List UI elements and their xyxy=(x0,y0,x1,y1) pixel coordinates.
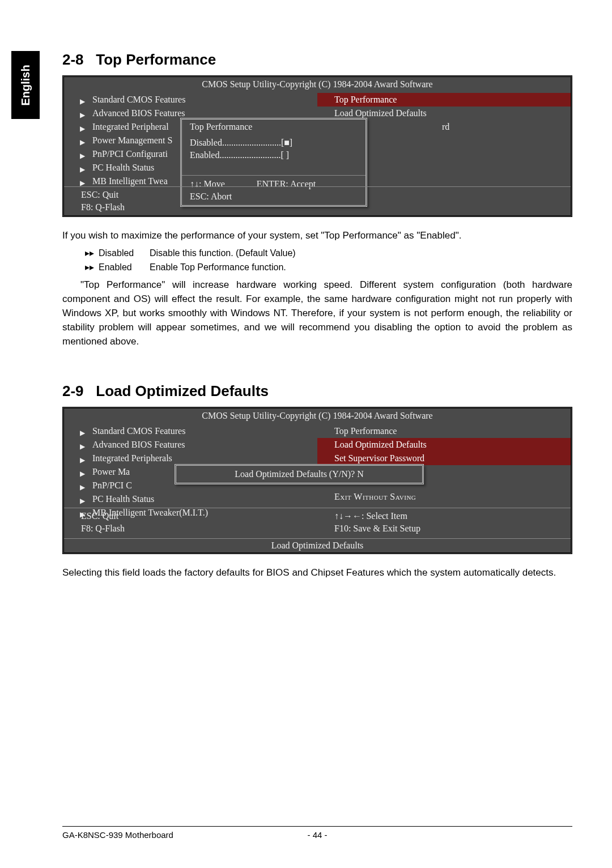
intro-text: If you wish to maximize the performance … xyxy=(62,228,572,242)
menu-item[interactable]: ▶Advanced BIOS Features xyxy=(64,438,317,452)
option-list: ▸▸ Disabled Disable this function. (Defa… xyxy=(85,246,572,274)
popup-title: Top Performance xyxy=(182,120,366,137)
hint-f10: F10: Save & Exit Setup xyxy=(334,522,565,535)
bios-box-1: CMOS Setup Utility-Copyright (C) 1984-20… xyxy=(62,75,572,217)
triangle-right-icon: ▶ xyxy=(80,136,85,147)
menu-item[interactable]: Top Performance xyxy=(317,424,571,438)
menu-item[interactable]: ▶Standard CMOS Features xyxy=(64,424,317,438)
menu-item-selected[interactable]: Top Performance xyxy=(317,93,571,107)
triangle-right-icon: ▶ xyxy=(80,95,85,107)
triangle-right-icon: ▶ xyxy=(80,481,85,492)
triangle-right-icon: ▶ xyxy=(80,495,85,506)
option-row: ▸▸ Enabled Enable Top Performance functi… xyxy=(85,260,572,274)
menu-item[interactable]: ▶Integrated Peripherals xyxy=(64,452,317,465)
double-arrow-icon: ▸▸ xyxy=(85,246,99,260)
triangle-right-icon: ▶ xyxy=(80,427,85,438)
hint-f8: F8: Q-Flash xyxy=(81,522,312,535)
hint-f8: F8: Q-Flash xyxy=(81,201,312,214)
menu-item[interactable]: Exit Without Saving xyxy=(317,490,571,504)
menu-item[interactable]: ▶PC Health Status xyxy=(64,492,317,506)
triangle-right-icon: ▶ xyxy=(80,109,85,120)
menu-item-selected[interactable]: Set Supervisor Password xyxy=(317,452,571,465)
menu-item-selected[interactable]: Load Optimized Defaults xyxy=(317,438,571,452)
triangle-right-icon: ▶ xyxy=(80,440,85,452)
bios-header-2: CMOS Setup Utility-Copyright (C) 1984-20… xyxy=(64,409,571,423)
popup-option[interactable]: Disabled..........................[■] xyxy=(190,137,358,149)
menu-item[interactable]: ▶Standard CMOS Features xyxy=(64,93,317,107)
hint-esc: ESC: Quit xyxy=(81,510,312,522)
bios-footer-1: ESC: Quit F8: Q-Flash xyxy=(64,186,571,215)
double-arrow-icon: ▸▸ xyxy=(85,260,99,274)
triangle-right-icon: ▶ xyxy=(80,163,85,175)
page-footer: GA-K8NSC-939 Motherboard - 44 - xyxy=(62,826,572,840)
bios-footer-2: ESC: Quit F8: Q-Flash ↑↓→←: Select Item … xyxy=(64,508,571,537)
section-2-9-title: 2-9 Load Optimized Defaults xyxy=(62,382,572,400)
section-2-8-title: 2-8 Top Performance xyxy=(62,51,572,69)
triangle-right-icon: ▶ xyxy=(80,150,85,161)
footer-product: GA-K8NSC-939 Motherboard xyxy=(62,830,300,840)
popup-prompt: Load Optimized Defaults (Y/N)? N xyxy=(235,469,363,479)
triangle-right-icon: ▶ xyxy=(80,467,85,479)
triangle-right-icon: ▶ xyxy=(80,122,85,134)
paragraph-text: "Top Performance" will increase hardware… xyxy=(62,278,572,348)
bios-status-bar: Load Optimized Defaults xyxy=(64,538,571,552)
page-content: 2-8 Top Performance CMOS Setup Utility-C… xyxy=(0,0,612,868)
triangle-right-icon: ▶ xyxy=(80,454,85,465)
hint-esc: ESC: Quit xyxy=(81,189,312,201)
load-defaults-popup[interactable]: Load Optimized Defaults (Y/N)? N xyxy=(175,464,424,484)
footer-page-number: - 44 - xyxy=(300,830,334,840)
option-row: ▸▸ Disabled Disable this function. (Defa… xyxy=(85,246,572,260)
popup-option[interactable]: Enabled...........................[ ] xyxy=(190,149,358,161)
paragraph-text-2: Selecting this field loads the factory d… xyxy=(62,565,572,580)
bios-header-1: CMOS Setup Utility-Copyright (C) 1984-20… xyxy=(64,77,571,92)
hint-select: ↑↓→←: Select Item xyxy=(334,510,565,522)
bios-box-2: CMOS Setup Utility-Copyright (C) 1984-20… xyxy=(62,407,572,554)
